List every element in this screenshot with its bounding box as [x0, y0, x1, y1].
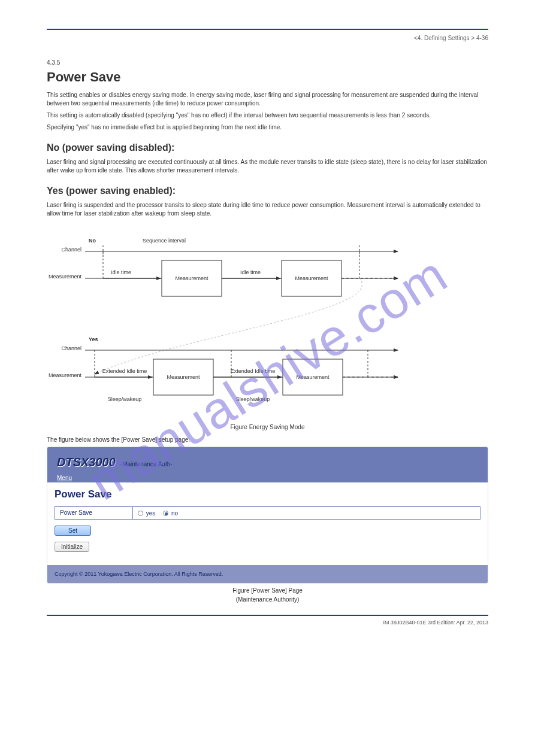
svg-text:Measurement: Measurement: [49, 372, 82, 378]
svg-text:Measurement: Measurement: [175, 275, 208, 281]
screenshot-footer: Copyright © 2011 Yokogawa Electric Corpo…: [47, 565, 488, 583]
page-title: Power Save: [47, 69, 488, 85]
radio-no-label: no: [171, 510, 178, 517]
svg-text:Sleep/wakeup: Sleep/wakeup: [108, 396, 142, 402]
svg-text:Measurement: Measurement: [49, 274, 82, 280]
paragraph: Specifying "yes" has no immediate effect…: [47, 123, 488, 132]
app-banner: DTSX3000 -Maintenance Auth- Menu: [47, 447, 488, 482]
section-number: 4.3.5: [47, 59, 488, 66]
paragraph: The figure below shows the [Power Save] …: [47, 436, 488, 443]
screenshot-page-heading: Power Save: [55, 488, 480, 500]
svg-text:Extended Idle time: Extended Idle time: [102, 368, 147, 374]
bottom-footer: IM 39J02B40-01E 3rd Edition: Apr. 22, 20…: [47, 620, 488, 626]
page-number-header: <4. Defining Settings > 4-36: [47, 35, 488, 41]
svg-text:Idle time: Idle time: [240, 269, 261, 275]
figure-caption-1: Figure Energy Saving Mode: [47, 424, 488, 430]
paragraph: This setting is automatically disabled (…: [47, 111, 488, 120]
paragraph: This setting enables or disables energy …: [47, 91, 488, 108]
subheading-yes: Yes (power saving enabled):: [47, 186, 488, 196]
svg-text:Idle time: Idle time: [111, 269, 131, 275]
radio-yes-label: yes: [146, 510, 156, 517]
svg-text:Measurement: Measurement: [296, 374, 330, 380]
app-title: DTSX3000: [57, 456, 116, 469]
svg-text:Measurement: Measurement: [295, 275, 328, 281]
setting-label: Power Save: [55, 507, 133, 520]
svg-text:Measurement: Measurement: [167, 374, 200, 380]
paragraph: Laser firing is suspended and the proces…: [47, 201, 488, 218]
svg-text:Sequence interval: Sequence interval: [143, 238, 186, 244]
menu-link[interactable]: Menu: [57, 475, 72, 481]
set-button[interactable]: Set: [55, 526, 91, 536]
svg-text:Sleep/wakeup: Sleep/wakeup: [236, 396, 270, 402]
svg-text:No: No: [89, 238, 96, 244]
subheading-no: No (power saving disabled):: [47, 142, 488, 153]
svg-text:Yes: Yes: [89, 336, 98, 342]
screenshot-power-save-page: DTSX3000 -Maintenance Auth- Menu Power S…: [47, 447, 488, 584]
svg-text:Channel: Channel: [61, 345, 81, 351]
initialize-button[interactable]: Initialize: [55, 542, 89, 552]
svg-text:Extended Idle time: Extended Idle time: [231, 368, 276, 374]
app-subtitle: -Maintenance Auth-: [120, 461, 173, 467]
timing-diagram: No Sequence interval Channel Measurement…: [47, 221, 488, 420]
svg-text:Channel: Channel: [61, 247, 81, 253]
radio-no[interactable]: [163, 511, 168, 516]
radio-yes[interactable]: [138, 511, 143, 516]
paragraph: Laser firing and signal processing are e…: [47, 158, 488, 175]
figure-caption-2: Figure [Power Save] Page: [47, 587, 488, 594]
figure-caption-2-sub: (Maintenance Authority): [47, 596, 488, 603]
